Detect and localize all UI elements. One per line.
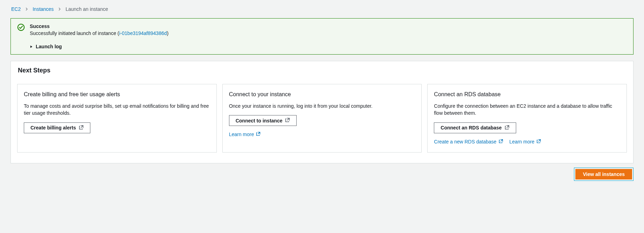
- learn-more-link[interactable]: Learn more: [510, 139, 541, 144]
- launch-log-toggle[interactable]: Launch log: [30, 44, 626, 49]
- external-link-icon: [505, 125, 510, 131]
- connect-rds-database-button[interactable]: Connect an RDS database: [434, 122, 516, 133]
- next-steps-panel: Next Steps Create billing and free tier …: [11, 61, 633, 163]
- breadcrumb: EC2 Instances Launch an instance: [11, 6, 633, 12]
- external-link-icon: [256, 132, 261, 137]
- footer-actions: View all instances: [11, 168, 633, 181]
- success-check-icon: [17, 23, 25, 32]
- breadcrumb-ec2[interactable]: EC2: [11, 6, 21, 12]
- view-all-instances-button[interactable]: View all instances: [575, 169, 632, 179]
- alert-message: Successfully initiated launch of instanc…: [30, 30, 168, 36]
- card-create-billing-alerts: Create billing and free tier usage alert…: [17, 84, 217, 153]
- connect-to-instance-button[interactable]: Connect to instance: [229, 115, 297, 126]
- learn-more-link[interactable]: Learn more: [229, 132, 261, 137]
- caret-right-icon: [30, 44, 33, 49]
- next-steps-heading: Next Steps: [18, 67, 626, 74]
- create-billing-alerts-button[interactable]: Create billing alerts: [24, 122, 90, 133]
- card-connect-rds-database: Connect an RDS database Configure the co…: [427, 84, 627, 153]
- primary-button-focus-ring: View all instances: [574, 168, 633, 181]
- card-title: Connect an RDS database: [434, 91, 620, 98]
- success-alert: Success Successfully initiated launch of…: [11, 18, 633, 55]
- external-link-icon: [79, 125, 84, 131]
- launch-log-label: Launch log: [36, 44, 62, 49]
- chevron-right-icon: [58, 7, 61, 11]
- card-title: Create billing and free tier usage alert…: [24, 91, 210, 98]
- alert-title: Success: [30, 23, 168, 29]
- card-body: Once your instance is running, log into …: [229, 103, 415, 110]
- create-new-rds-database-link[interactable]: Create a new RDS database: [434, 139, 503, 144]
- external-link-icon: [536, 139, 541, 144]
- external-link-icon: [499, 139, 503, 144]
- chevron-right-icon: [25, 7, 28, 11]
- card-body: To manage costs and avoid surprise bills…: [24, 103, 210, 117]
- card-title: Connect to your instance: [229, 91, 415, 98]
- breadcrumb-current: Launch an instance: [65, 6, 108, 12]
- external-link-icon: [285, 118, 290, 123]
- instance-id-link[interactable]: i-01be3194af894386d: [119, 30, 167, 36]
- breadcrumb-instances[interactable]: Instances: [33, 6, 54, 12]
- card-connect-to-instance: Connect to your instance Once your insta…: [222, 84, 422, 153]
- card-body: Configure the connection between an EC2 …: [434, 103, 620, 117]
